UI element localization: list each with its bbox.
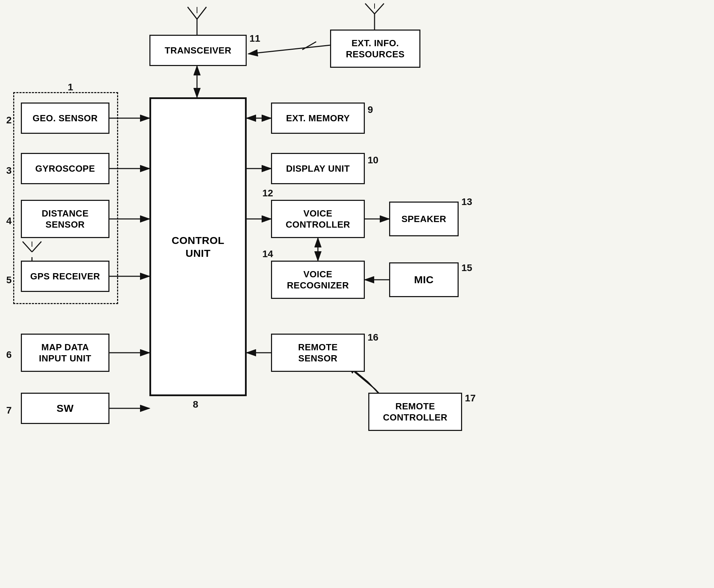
remote-controller-block: REMOTECONTROLLER [368, 393, 462, 431]
mic-block: MIC [389, 262, 459, 297]
map-data-label: MAP DATAINPUT UNIT [39, 342, 91, 364]
control-unit-label: CONTROLUNIT [172, 234, 224, 260]
speaker-block: SPEAKER [389, 202, 459, 236]
transceiver-label: TRANSCEIVER [165, 45, 231, 56]
label-13: 13 [461, 196, 472, 207]
label-5: 5 [6, 275, 12, 286]
gyroscope-block: GYROSCOPE [21, 153, 109, 184]
voice-recognizer-label: VOICERECOGNIZER [287, 269, 349, 291]
label-8: 8 [193, 399, 198, 410]
geo-sensor-block: GEO. SENSOR [21, 103, 109, 134]
label-11: 11 [249, 33, 260, 44]
display-unit-label: DISPLAY UNIT [286, 163, 350, 174]
ext-info-label: EXT. INFO.RESOURCES [346, 38, 404, 60]
distance-sensor-block: DISTANCESENSOR [21, 200, 109, 238]
sw-label: SW [57, 402, 74, 415]
diagram: TRANSCEIVER 11 EXT. INFO.RESOURCES CONTR… [0, 0, 714, 588]
voice-recognizer-block: VOICERECOGNIZER [271, 261, 365, 299]
distance-sensor-label: DISTANCESENSOR [42, 208, 89, 230]
label-3: 3 [6, 165, 12, 176]
label-17: 17 [465, 393, 476, 404]
label-4: 4 [6, 215, 12, 227]
control-unit-block: CONTROLUNIT [149, 97, 247, 396]
label-9: 9 [368, 104, 373, 115]
label-6: 6 [6, 349, 12, 360]
label-14: 14 [262, 248, 273, 260]
label-16: 16 [368, 332, 378, 343]
svg-line-10 [375, 3, 384, 14]
label-15: 15 [461, 262, 472, 273]
svg-line-17 [302, 42, 316, 50]
label-10: 10 [368, 155, 378, 166]
svg-line-6 [197, 7, 206, 19]
label-7: 7 [6, 405, 12, 416]
svg-line-5 [188, 7, 197, 19]
ext-memory-block: EXT. MEMORY [271, 103, 365, 134]
svg-line-35 [354, 372, 375, 389]
svg-line-16 [248, 45, 330, 54]
mic-label: MIC [414, 273, 434, 286]
voice-controller-label: VOICECONTROLLER [286, 208, 350, 230]
ext-memory-label: EXT. MEMORY [286, 113, 350, 124]
remote-controller-label: REMOTECONTROLLER [383, 401, 448, 423]
remote-sensor-label: REMOTESENSOR [298, 342, 338, 364]
gps-receiver-label: GPS RECEIVER [30, 271, 100, 282]
transceiver-block: TRANSCEIVER [149, 35, 247, 66]
label-12: 12 [262, 188, 273, 199]
label-1: 1 [68, 82, 73, 93]
remote-sensor-block: REMOTESENSOR [271, 334, 365, 372]
ext-info-block: EXT. INFO.RESOURCES [330, 30, 420, 68]
speaker-label: SPEAKER [401, 213, 446, 225]
label-2: 2 [6, 115, 12, 126]
map-data-block: MAP DATAINPUT UNIT [21, 334, 109, 372]
gps-receiver-block: GPS RECEIVER [21, 261, 109, 292]
voice-controller-block: VOICECONTROLLER [271, 200, 365, 238]
gyroscope-label: GYROSCOPE [35, 163, 95, 174]
geo-sensor-label: GEO. SENSOR [33, 113, 98, 124]
svg-line-9 [365, 3, 375, 14]
display-unit-block: DISPLAY UNIT [271, 153, 365, 184]
sw-block: SW [21, 393, 109, 424]
